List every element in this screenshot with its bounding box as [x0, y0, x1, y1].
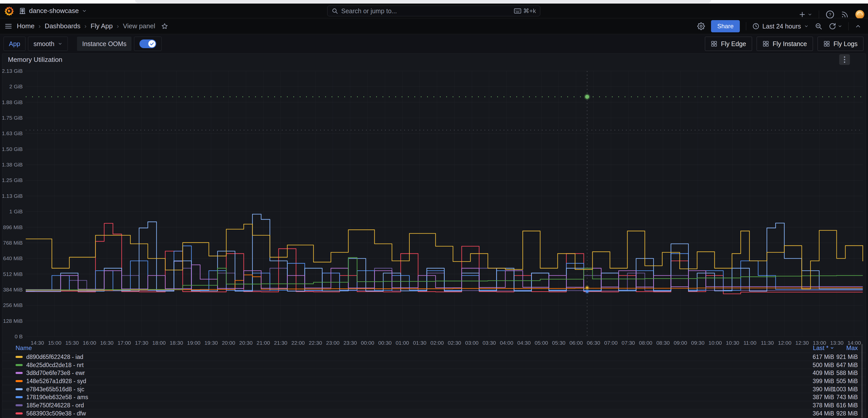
legend-row[interactable]: 3d8d70e6fe73e8 - ewr409 MiB588 MiB: [2, 369, 866, 377]
toggle-switch[interactable]: [140, 39, 156, 48]
y-axis-label: 2 GiB: [9, 83, 23, 89]
y-axis-label: 128 MiB: [3, 318, 23, 324]
series-name[interactable]: e7843e65b516d8 - sjc: [26, 386, 84, 393]
series-name[interactable]: 48e25d0cd2de18 - nrt: [26, 362, 84, 369]
memory-chart[interactable]: 0 B128 MiB256 MiB384 MiB512 MiB640 MiB76…: [2, 65, 866, 345]
help-button[interactable]: ?: [826, 10, 834, 19]
dashboard-settings-button[interactable]: [697, 23, 705, 30]
memory-utilization-panel: Memory Utilization 0 B128 MiB256 MiB384 …: [2, 54, 866, 418]
series-max-value: 505 MiB: [836, 378, 858, 385]
fly-instance-link[interactable]: Fly Instance: [756, 37, 813, 51]
breadcrumb-home[interactable]: Home: [17, 22, 34, 30]
legend-row[interactable]: d890d65f622428 - iad617 MiB921 MiB: [2, 353, 866, 361]
series-swatch[interactable]: [16, 404, 23, 406]
keyboard-icon: [514, 8, 521, 14]
fly-edge-link[interactable]: Fly Edge: [705, 37, 752, 51]
chevron-down-icon: [58, 41, 62, 46]
panel-menu-button[interactable]: [839, 54, 850, 65]
svg-text:?: ?: [829, 12, 831, 17]
breadcrumb-dashboard-name[interactable]: Fly App: [91, 22, 113, 30]
series-swatch[interactable]: [16, 380, 23, 382]
org-switcher[interactable]: dance-showcase: [19, 7, 87, 15]
series-swatch[interactable]: [16, 396, 23, 398]
refresh-button[interactable]: [829, 23, 842, 30]
series-max-value: 1003 MiB: [833, 386, 858, 393]
series-name[interactable]: 178190eb632e58 - ams: [26, 394, 88, 401]
series-name[interactable]: 185e750f246228 - ord: [26, 402, 84, 409]
legend-col-max[interactable]: Max: [846, 344, 858, 352]
news-button[interactable]: [841, 11, 849, 18]
time-range-label: Last 24 hours: [763, 23, 801, 30]
y-axis-label: 2.13 GiB: [2, 68, 23, 74]
grafana-logo-icon[interactable]: [4, 6, 14, 16]
ooms-toggle[interactable]: [134, 37, 162, 51]
series-last-value: 378 MiB: [813, 402, 834, 409]
y-axis-label: 1.50 GiB: [2, 146, 23, 152]
new-menu-button[interactable]: [799, 11, 812, 18]
annotation-dot: [586, 290, 588, 293]
series-name[interactable]: d890d65f622428 - iad: [26, 354, 83, 360]
series-line: [26, 214, 863, 291]
time-range-picker[interactable]: Last 24 hours: [752, 23, 809, 30]
share-button[interactable]: Share: [711, 20, 740, 32]
top-bar: dance-showcase Search or jump to... ⌘+k …: [0, 4, 868, 18]
series-swatch[interactable]: [16, 412, 23, 414]
series-swatch[interactable]: [16, 388, 23, 390]
breadcrumb-dashboards[interactable]: Dashboards: [44, 22, 80, 30]
kebab-icon: [843, 56, 845, 63]
divider: [819, 10, 819, 19]
y-axis-label: 512 MiB: [3, 271, 23, 277]
legend-row[interactable]: 185e750f246228 - ord378 MiB616 MiB: [2, 401, 866, 409]
zoom-out-icon: [815, 23, 823, 30]
adhoc-filter-value-dropdown[interactable]: smooth: [28, 37, 68, 51]
series-max-value: 616 MiB: [836, 402, 858, 409]
search-shortcut: ⌘+k: [514, 7, 536, 14]
y-axis-label: 256 MiB: [3, 302, 23, 308]
series-name[interactable]: 148e5267a1d928 - syd: [26, 378, 86, 385]
legend-scrollbar[interactable]: [861, 344, 863, 418]
chevron-down-icon: [830, 346, 834, 350]
mega-menu-toggle[interactable]: [5, 23, 12, 30]
clock-icon: [752, 23, 760, 30]
search-input[interactable]: Search or jump to... ⌘+k: [327, 6, 540, 16]
legend-col-last[interactable]: Last *: [813, 344, 834, 352]
refresh-icon: [829, 23, 836, 30]
legend-table: Name Last * Max d890d65f622428 - iad617 …: [2, 343, 866, 418]
series-swatch[interactable]: [16, 372, 23, 374]
legend-row[interactable]: e7843e65b516d8 - sjc390 MiB1003 MiB: [2, 385, 866, 393]
favorite-star-button[interactable]: [161, 23, 168, 30]
search-placeholder: Search or jump to...: [341, 7, 511, 15]
legend-row[interactable]: 178190eb632e58 - ams387 MiB743 MiB: [2, 393, 866, 401]
panel-header[interactable]: Memory Utilization: [2, 54, 866, 65]
legend-col-name[interactable]: Name: [16, 344, 32, 352]
series-swatch[interactable]: [16, 364, 23, 366]
check-icon: [149, 41, 154, 46]
apps-grid-icon: [711, 40, 717, 47]
series-last-value: 364 MiB: [813, 410, 834, 417]
collapse-controls-button[interactable]: [855, 23, 861, 30]
user-avatar[interactable]: [855, 10, 864, 19]
browser-chrome-strip: [0, 0, 868, 4]
series-name[interactable]: 5683903c509e38 - dfw: [26, 410, 86, 417]
legend-row[interactable]: 5683903c509e38 - dfw364 MiB928 MiB: [2, 409, 866, 417]
series-swatch[interactable]: [16, 356, 23, 358]
y-axis-label: 1.88 GiB: [2, 99, 23, 105]
breadcrumb-separator: ›: [117, 23, 119, 30]
series-last-value: 387 MiB: [813, 394, 834, 401]
series-max-value: 928 MiB: [836, 410, 858, 417]
series-max-value: 647 MiB: [836, 362, 858, 369]
ooms-variable-label: Instance OOMs: [77, 37, 131, 51]
plus-icon: [799, 11, 806, 18]
series-max-value: 921 MiB: [836, 354, 858, 360]
y-axis-label: 640 MiB: [3, 255, 23, 261]
legend-row[interactable]: 148e5267a1d928 - syd399 MiB505 MiB: [2, 377, 866, 385]
chevron-down-icon: [804, 24, 809, 29]
series-max-value: 743 MiB: [836, 394, 858, 401]
fly-logs-link[interactable]: Fly Logs: [817, 37, 863, 51]
adhoc-filter-key[interactable]: App: [4, 37, 26, 51]
zoom-out-button[interactable]: [815, 23, 823, 30]
star-icon: [161, 23, 168, 30]
legend-row[interactable]: 48e25d0cd2de18 - nrt500 MiB647 MiB: [2, 361, 866, 369]
org-name: dance-showcase: [29, 7, 79, 15]
series-name[interactable]: 3d8d70e6fe73e8 - ewr: [26, 370, 85, 377]
